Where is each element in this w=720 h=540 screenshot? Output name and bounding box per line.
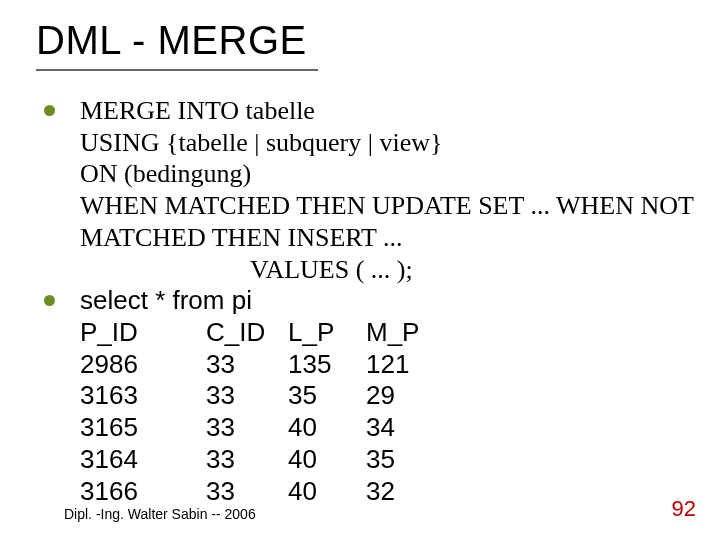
content-area: MERGE INTO tabelle USING {tabelle | subq… — [36, 95, 700, 507]
cell: 3164 — [80, 444, 206, 476]
col-header: P_ID — [80, 317, 206, 349]
cell: 3165 — [80, 412, 206, 444]
page-number: 92 — [672, 496, 696, 522]
list-item: MERGE INTO tabelle USING {tabelle | subq… — [36, 95, 700, 285]
footer-author: Dipl. -Ing. Walter Sabin -- 2006 — [64, 506, 256, 522]
cell: 135 — [288, 349, 366, 381]
cell: 35 — [366, 444, 446, 476]
col-header: C_ID — [206, 317, 288, 349]
col-header: M_P — [366, 317, 446, 349]
cell: 40 — [288, 444, 366, 476]
cell: 33 — [206, 349, 288, 381]
merge-line: ON (bedingung) — [80, 158, 700, 190]
result-table: P_ID C_ID L_P M_P 2986 33 135 121 3163 3… — [80, 317, 700, 507]
cell: 2986 — [80, 349, 206, 381]
footer: Dipl. -Ing. Walter Sabin -- 2006 92 — [64, 496, 696, 522]
merge-values: VALUES ( ... ); — [80, 254, 413, 286]
cell: 33 — [206, 380, 288, 412]
page-title: DML - MERGE — [36, 18, 720, 63]
table-header-row: P_ID C_ID L_P M_P — [80, 317, 700, 349]
merge-line: USING {tabelle | subquery | view} — [80, 127, 700, 159]
table-row: 3163 33 35 29 — [80, 380, 700, 412]
merge-line: WHEN MATCHED THEN UPDATE SET ... WHEN NO… — [80, 190, 700, 253]
table-row: 3165 33 40 34 — [80, 412, 700, 444]
query-line: select * from pi — [80, 285, 700, 317]
title-underline — [36, 69, 318, 71]
cell: 33 — [206, 444, 288, 476]
cell: 35 — [288, 380, 366, 412]
cell: 33 — [206, 412, 288, 444]
cell: 121 — [366, 349, 446, 381]
bullet-list: MERGE INTO tabelle USING {tabelle | subq… — [36, 95, 700, 507]
cell: 3163 — [80, 380, 206, 412]
col-header: L_P — [288, 317, 366, 349]
merge-syntax: MERGE INTO tabelle USING {tabelle | subq… — [80, 95, 700, 285]
merge-line: VALUES ( ... ); — [80, 254, 700, 286]
table-row: 2986 33 135 121 — [80, 349, 700, 381]
list-item: select * from pi P_ID C_ID L_P M_P 2986 … — [36, 285, 700, 507]
cell: 40 — [288, 412, 366, 444]
cell: 34 — [366, 412, 446, 444]
cell: 29 — [366, 380, 446, 412]
table-row: 3164 33 40 35 — [80, 444, 700, 476]
merge-line: MERGE INTO tabelle — [80, 95, 700, 127]
